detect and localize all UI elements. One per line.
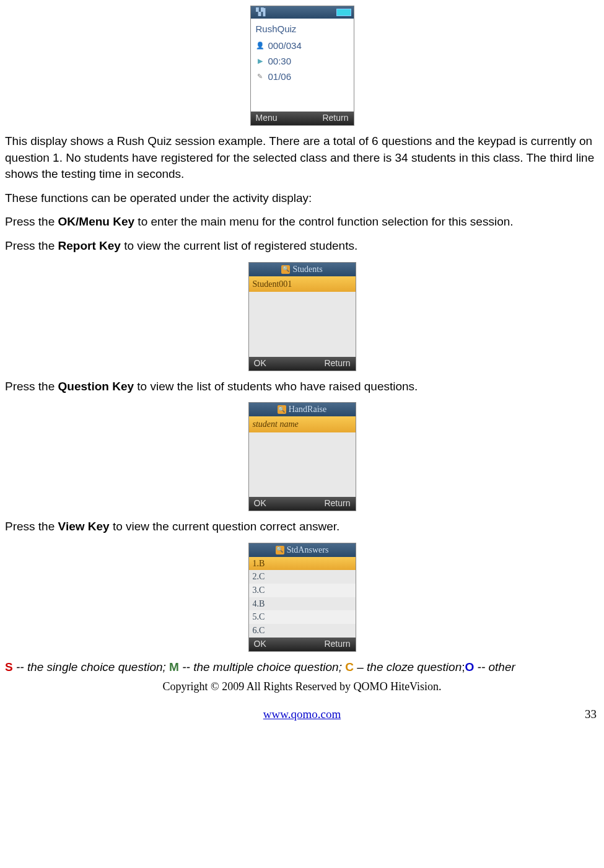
ok-softkey[interactable]: OK (254, 498, 266, 510)
phone-statusbar: ▝▞▌ (251, 6, 354, 19)
students-count: 000/034 (268, 39, 302, 52)
softkey-bar: OK Return (249, 357, 356, 370)
rushquiz-screen: ▝▞▌ RushQuiz 👤 000/034 ▶ 00:30 ✎ 01/06 M… (250, 6, 354, 126)
legend-line: S -- the single choice question; M -- th… (5, 659, 599, 676)
answer-item[interactable]: 4.B (249, 597, 356, 611)
progress-line: ✎ 01/06 (253, 69, 351, 84)
students-line: 👤 000/034 (253, 38, 351, 53)
text: to enter the main menu for the control f… (134, 215, 514, 228)
students-screen: 🔍 Students Student001 OK Return (248, 262, 356, 371)
paragraph-6: Press the View Key to view the current q… (5, 519, 599, 535)
header-title: StdAnswers (287, 544, 329, 556)
ok-softkey[interactable]: OK (254, 357, 266, 370)
paragraph-1: This display shows a Rush Quiz session e… (5, 133, 599, 183)
pencil-icon: ✎ (256, 72, 265, 81)
menu-softkey[interactable]: Menu (256, 112, 278, 125)
legend-o-text: -- other (474, 660, 515, 673)
answer-item[interactable]: 5.C (249, 610, 356, 624)
footer-link[interactable]: www.qomo.com (263, 706, 341, 723)
header-title: Students (292, 263, 322, 276)
answers-screen: 🔍 StdAnswers 1.B 2.C 3.C 4.B 5.C 6.C OK … (248, 543, 356, 652)
phone-body: RushQuiz 👤 000/034 ▶ 00:30 ✎ 01/06 (251, 19, 354, 112)
answers-header: 🔍 StdAnswers (249, 543, 356, 557)
return-softkey[interactable]: Return (324, 357, 350, 370)
legend-m: M (169, 660, 179, 673)
answers-body: 1.B 2.C 3.C 4.B 5.C 6.C (249, 557, 356, 638)
copyright-line: Copyright © 2009 All Rights Reserved by … (5, 679, 599, 695)
page-footer: www.qomo.com 33 (5, 706, 599, 723)
paragraph-5: Press the Question Key to view the list … (5, 379, 599, 395)
paragraph-2: These functions can be operated under th… (5, 190, 599, 207)
softkey-bar: Menu Return (251, 112, 354, 125)
header-icon: 🔍 (278, 405, 286, 414)
handraise-header: 🔍 HandRaise (249, 403, 356, 416)
students-header: 🔍 Students (249, 263, 356, 276)
timer-value: 00:30 (268, 55, 292, 68)
text: to view the current list of registered s… (121, 239, 357, 252)
phone-title: RushQuiz (253, 22, 351, 35)
ok-menu-key-label: OK/Menu Key (58, 215, 135, 228)
students-body: Student001 (249, 276, 356, 357)
text: Press the (5, 380, 58, 393)
handraise-screen: 🔍 HandRaise student name OK Return (248, 402, 356, 511)
answer-item[interactable]: 6.C (249, 624, 356, 638)
legend-m-text: -- the multiple choice question; (179, 660, 345, 673)
report-key-label: Report Key (58, 239, 121, 252)
paragraph-4: Press the Report Key to view the current… (5, 238, 599, 255)
legend-s-text: -- the single choice question; (13, 660, 169, 673)
battery-icon (336, 9, 351, 16)
student-name-item[interactable]: student name (249, 416, 356, 432)
handraise-body: student name (249, 416, 356, 497)
legend-c: C (345, 660, 354, 673)
return-softkey[interactable]: Return (324, 498, 350, 510)
answer-item[interactable]: 2.C (249, 570, 356, 584)
softkey-bar: OK Return (249, 497, 356, 511)
text: to view the current question correct ans… (110, 520, 340, 533)
legend-s: S (5, 660, 13, 673)
page-number: 33 (585, 706, 597, 723)
header-icon: 🔍 (276, 546, 284, 555)
progress-value: 01/06 (268, 70, 292, 83)
text: Press the (5, 215, 58, 228)
text: Press the (5, 520, 58, 533)
play-icon: ▶ (256, 57, 265, 66)
question-key-label: Question Key (58, 380, 134, 393)
legend-o: O (465, 660, 475, 673)
ok-softkey[interactable]: OK (254, 638, 266, 651)
answer-item[interactable]: 1.B (249, 557, 356, 571)
person-icon: 👤 (256, 42, 265, 50)
timer-line: ▶ 00:30 (253, 53, 351, 69)
softkey-bar: OK Return (249, 638, 356, 651)
answer-item[interactable]: 3.C (249, 584, 356, 597)
header-icon: 🔍 (281, 265, 290, 274)
return-softkey[interactable]: Return (324, 638, 350, 651)
view-key-label: View Key (58, 520, 110, 533)
return-softkey[interactable]: Return (322, 112, 348, 125)
signal-icon: ▝▞▌ (253, 7, 268, 17)
header-title: HandRaise (289, 403, 326, 416)
student-item[interactable]: Student001 (249, 276, 356, 292)
text: Press the (5, 239, 58, 252)
legend-c-text: – the cloze question (354, 660, 462, 673)
paragraph-3: Press the OK/Menu Key to enter the main … (5, 214, 599, 230)
text: to view the list of students who have ra… (134, 380, 418, 393)
